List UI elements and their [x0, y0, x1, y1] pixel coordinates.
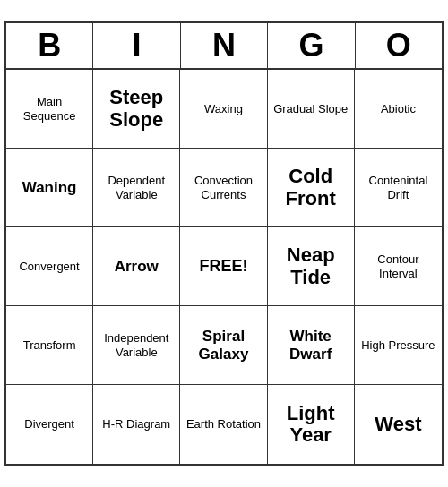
cell-text-12: FREE! — [199, 257, 247, 277]
cell-text-0: Main Sequence — [10, 95, 89, 123]
cell-text-19: High Pressure — [361, 338, 435, 353]
cell-text-20: Divergent — [24, 417, 74, 431]
cell-text-7: Convection Currents — [184, 174, 263, 201]
bingo-cell-15[interactable]: Transform — [6, 306, 93, 385]
bingo-cell-14[interactable]: Contour Interval — [355, 227, 442, 306]
cell-text-2: Waxing — [204, 102, 243, 116]
bingo-cell-18[interactable]: White Dwarf — [268, 306, 355, 385]
cell-text-16: Independent Variable — [97, 331, 176, 359]
cell-text-21: H-R Diagram — [102, 417, 170, 431]
cell-text-15: Transform — [23, 338, 76, 353]
bingo-cell-9[interactable]: Contenintal Drift — [355, 149, 442, 227]
header-letter-i: I — [93, 23, 180, 68]
bingo-cell-19[interactable]: High Pressure — [355, 306, 442, 385]
bingo-cell-12[interactable]: FREE! — [180, 227, 267, 306]
header-letter-n: N — [181, 23, 268, 68]
bingo-header: BINGO — [6, 23, 442, 70]
bingo-cell-20[interactable]: Divergent — [6, 385, 93, 464]
cell-text-14: Contour Interval — [358, 252, 438, 280]
cell-text-9: Contenintal Drift — [358, 174, 438, 201]
cell-text-11: Arrow — [115, 258, 159, 276]
cell-text-10: Convergent — [19, 260, 79, 274]
cell-text-6: Dependent Variable — [97, 174, 176, 201]
bingo-cell-24[interactable]: West — [355, 385, 442, 464]
bingo-cell-16[interactable]: Independent Variable — [93, 306, 180, 385]
cell-text-5: Waning — [22, 179, 77, 197]
header-letter-b: B — [6, 23, 93, 68]
bingo-cell-5[interactable]: Waning — [6, 149, 93, 227]
cell-text-24: West — [375, 414, 421, 435]
bingo-cell-8[interactable]: Cold Front — [268, 149, 355, 227]
bingo-cell-21[interactable]: H-R Diagram — [93, 385, 180, 464]
bingo-cell-2[interactable]: Waxing — [180, 70, 267, 149]
cell-text-1: Steep Slope — [97, 87, 176, 130]
bingo-cell-10[interactable]: Convergent — [6, 227, 93, 306]
cell-text-22: Earth Rotation — [186, 417, 261, 431]
cell-text-4: Abiotic — [381, 102, 416, 116]
cell-text-8: Cold Front — [271, 166, 350, 209]
bingo-cell-17[interactable]: Spiral Galaxy — [180, 306, 267, 385]
bingo-cell-0[interactable]: Main Sequence — [6, 70, 93, 149]
bingo-cell-11[interactable]: Arrow — [93, 227, 180, 306]
bingo-grid: Main SequenceSteep SlopeWaxingGradual Sl… — [6, 70, 442, 464]
bingo-cell-7[interactable]: Convection Currents — [180, 149, 267, 227]
bingo-cell-6[interactable]: Dependent Variable — [93, 149, 180, 227]
header-letter-o: O — [356, 23, 442, 68]
cell-text-23: Light Year — [271, 403, 350, 446]
bingo-cell-3[interactable]: Gradual Slope — [268, 70, 355, 149]
header-letter-g: G — [268, 23, 355, 68]
bingo-cell-23[interactable]: Light Year — [268, 385, 355, 464]
bingo-cell-13[interactable]: Neap Tide — [268, 227, 355, 306]
cell-text-17: Spiral Galaxy — [184, 328, 263, 363]
cell-text-13: Neap Tide — [271, 244, 350, 287]
cell-text-18: White Dwarf — [271, 328, 350, 363]
bingo-card: BINGO Main SequenceSteep SlopeWaxingGrad… — [4, 21, 444, 466]
bingo-cell-1[interactable]: Steep Slope — [93, 70, 180, 149]
cell-text-3: Gradual Slope — [273, 102, 348, 116]
bingo-cell-22[interactable]: Earth Rotation — [180, 385, 267, 464]
bingo-cell-4[interactable]: Abiotic — [355, 70, 442, 149]
